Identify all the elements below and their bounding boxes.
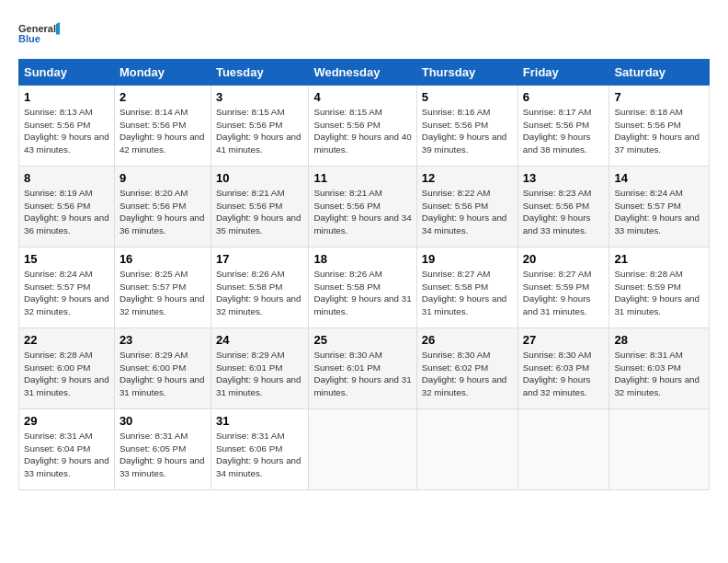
day-info: Sunrise: 8:16 AMSunset: 5:56 PMDaylight:… [422, 107, 507, 155]
day-number: 10 [216, 171, 303, 185]
day-info: Sunrise: 8:21 AMSunset: 5:56 PMDaylight:… [216, 188, 301, 236]
calendar-cell: 26 Sunrise: 8:30 AMSunset: 6:02 PMDaylig… [416, 328, 518, 409]
calendar-cell [518, 409, 609, 490]
calendar-cell: 21 Sunrise: 8:28 AMSunset: 5:59 PMDaylig… [609, 247, 710, 328]
day-info: Sunrise: 8:20 AMSunset: 5:56 PMDaylight:… [119, 188, 205, 236]
calendar-cell: 29 Sunrise: 8:31 AMSunset: 6:04 PMDaylig… [19, 409, 115, 490]
calendar-cell [609, 409, 710, 490]
day-info: Sunrise: 8:30 AMSunset: 6:03 PMDaylight:… [523, 350, 592, 397]
day-info: Sunrise: 8:31 AMSunset: 6:05 PMDaylight:… [119, 431, 205, 478]
calendar-cell: 1 Sunrise: 8:13 AMSunset: 5:56 PMDayligh… [19, 86, 115, 167]
calendar-cell: 31 Sunrise: 8:31 AMSunset: 6:06 PMDaylig… [210, 409, 308, 490]
calendar-cell: 7 Sunrise: 8:18 AMSunset: 5:56 PMDayligh… [609, 86, 710, 167]
weekday-header: Saturday [609, 60, 710, 86]
day-number: 17 [216, 252, 303, 266]
svg-text:Blue: Blue [18, 33, 40, 44]
weekday-header: Thursday [416, 60, 518, 86]
day-info: Sunrise: 8:31 AMSunset: 6:04 PMDaylight:… [24, 431, 109, 478]
day-number: 29 [24, 414, 109, 428]
page-container: General Blue SundayMondayTuesdayWednesda… [0, 0, 728, 500]
day-number: 15 [24, 252, 109, 266]
calendar-cell: 15 Sunrise: 8:24 AMSunset: 5:57 PMDaylig… [19, 247, 115, 328]
calendar-cell: 16 Sunrise: 8:25 AMSunset: 5:57 PMDaylig… [114, 247, 210, 328]
calendar-cell: 30 Sunrise: 8:31 AMSunset: 6:05 PMDaylig… [114, 409, 210, 490]
calendar-cell: 27 Sunrise: 8:30 AMSunset: 6:03 PMDaylig… [518, 328, 609, 409]
day-number: 7 [614, 90, 704, 104]
day-info: Sunrise: 8:14 AMSunset: 5:56 PMDaylight:… [119, 107, 205, 155]
calendar-cell: 17 Sunrise: 8:26 AMSunset: 5:58 PMDaylig… [210, 247, 308, 328]
day-info: Sunrise: 8:15 AMSunset: 5:56 PMDaylight:… [216, 107, 301, 155]
day-info: Sunrise: 8:29 AMSunset: 6:00 PMDaylight:… [119, 350, 205, 397]
day-info: Sunrise: 8:19 AMSunset: 5:56 PMDaylight:… [24, 188, 109, 236]
calendar-cell: 5 Sunrise: 8:16 AMSunset: 5:56 PMDayligh… [416, 86, 518, 167]
day-number: 26 [422, 333, 513, 347]
day-number: 3 [216, 90, 303, 104]
calendar-cell: 11 Sunrise: 8:21 AMSunset: 5:56 PMDaylig… [309, 167, 416, 247]
calendar-cell: 19 Sunrise: 8:27 AMSunset: 5:58 PMDaylig… [416, 247, 518, 328]
calendar-header-row: SundayMondayTuesdayWednesdayThursdayFrid… [19, 60, 710, 86]
day-number: 20 [523, 252, 605, 266]
day-number: 27 [523, 333, 605, 347]
day-info: Sunrise: 8:26 AMSunset: 5:58 PMDaylight:… [313, 269, 411, 316]
day-info: Sunrise: 8:31 AMSunset: 6:03 PMDaylight:… [614, 350, 700, 397]
day-number: 19 [422, 252, 513, 266]
svg-marker-2 [56, 22, 60, 35]
day-number: 6 [523, 90, 605, 104]
day-number: 12 [422, 171, 513, 185]
day-info: Sunrise: 8:31 AMSunset: 6:06 PMDaylight:… [216, 431, 301, 478]
calendar-cell: 9 Sunrise: 8:20 AMSunset: 5:56 PMDayligh… [114, 167, 210, 247]
weekday-header: Wednesday [309, 60, 416, 86]
day-info: Sunrise: 8:27 AMSunset: 5:58 PMDaylight:… [422, 269, 507, 316]
day-number: 2 [119, 90, 206, 104]
calendar-cell: 10 Sunrise: 8:21 AMSunset: 5:56 PMDaylig… [210, 167, 308, 247]
day-number: 1 [24, 90, 109, 104]
logo: General Blue [18, 15, 60, 52]
calendar-week-row: 29 Sunrise: 8:31 AMSunset: 6:04 PMDaylig… [19, 409, 710, 490]
calendar-cell: 12 Sunrise: 8:22 AMSunset: 5:56 PMDaylig… [416, 167, 518, 247]
day-info: Sunrise: 8:27 AMSunset: 5:59 PMDaylight:… [523, 269, 592, 316]
logo-svg: General Blue [18, 15, 60, 52]
day-number: 18 [313, 252, 411, 266]
calendar-cell: 14 Sunrise: 8:24 AMSunset: 5:57 PMDaylig… [609, 167, 710, 247]
calendar-cell: 8 Sunrise: 8:19 AMSunset: 5:56 PMDayligh… [19, 167, 115, 247]
day-number: 21 [614, 252, 704, 266]
weekday-header: Sunday [19, 60, 115, 86]
calendar-cell: 4 Sunrise: 8:15 AMSunset: 5:56 PMDayligh… [309, 86, 416, 167]
day-number: 31 [216, 414, 303, 428]
day-info: Sunrise: 8:29 AMSunset: 6:01 PMDaylight:… [216, 350, 301, 397]
calendar-cell: 24 Sunrise: 8:29 AMSunset: 6:01 PMDaylig… [210, 328, 308, 409]
calendar-cell: 23 Sunrise: 8:29 AMSunset: 6:00 PMDaylig… [114, 328, 210, 409]
day-number: 22 [24, 333, 109, 347]
day-info: Sunrise: 8:28 AMSunset: 6:00 PMDaylight:… [24, 350, 109, 397]
day-number: 24 [216, 333, 303, 347]
day-info: Sunrise: 8:25 AMSunset: 5:57 PMDaylight:… [119, 269, 205, 316]
day-info: Sunrise: 8:30 AMSunset: 6:02 PMDaylight:… [422, 350, 507, 397]
weekday-header: Tuesday [210, 60, 308, 86]
weekday-header: Friday [518, 60, 609, 86]
day-number: 11 [313, 171, 411, 185]
weekday-header: Monday [114, 60, 210, 86]
calendar-cell: 25 Sunrise: 8:30 AMSunset: 6:01 PMDaylig… [309, 328, 416, 409]
calendar-cell: 22 Sunrise: 8:28 AMSunset: 6:00 PMDaylig… [19, 328, 115, 409]
calendar-cell: 18 Sunrise: 8:26 AMSunset: 5:58 PMDaylig… [309, 247, 416, 328]
day-info: Sunrise: 8:23 AMSunset: 5:56 PMDaylight:… [523, 188, 592, 236]
day-number: 25 [313, 333, 411, 347]
calendar-cell: 6 Sunrise: 8:17 AMSunset: 5:56 PMDayligh… [518, 86, 609, 167]
day-info: Sunrise: 8:28 AMSunset: 5:59 PMDaylight:… [614, 269, 700, 316]
day-number: 30 [119, 414, 206, 428]
calendar-cell: 13 Sunrise: 8:23 AMSunset: 5:56 PMDaylig… [518, 167, 609, 247]
calendar-week-row: 22 Sunrise: 8:28 AMSunset: 6:00 PMDaylig… [19, 328, 710, 409]
day-info: Sunrise: 8:24 AMSunset: 5:57 PMDaylight:… [24, 269, 109, 316]
svg-text:General: General [18, 23, 56, 34]
day-number: 28 [614, 333, 704, 347]
day-number: 16 [119, 252, 206, 266]
day-info: Sunrise: 8:17 AMSunset: 5:56 PMDaylight:… [523, 107, 592, 155]
day-number: 8 [24, 171, 109, 185]
day-info: Sunrise: 8:26 AMSunset: 5:58 PMDaylight:… [216, 269, 301, 316]
day-info: Sunrise: 8:22 AMSunset: 5:56 PMDaylight:… [422, 188, 507, 236]
calendar-cell: 20 Sunrise: 8:27 AMSunset: 5:59 PMDaylig… [518, 247, 609, 328]
day-info: Sunrise: 8:21 AMSunset: 5:56 PMDaylight:… [313, 188, 411, 236]
calendar-week-row: 8 Sunrise: 8:19 AMSunset: 5:56 PMDayligh… [19, 167, 710, 247]
day-info: Sunrise: 8:24 AMSunset: 5:57 PMDaylight:… [614, 188, 700, 236]
day-number: 5 [422, 90, 513, 104]
